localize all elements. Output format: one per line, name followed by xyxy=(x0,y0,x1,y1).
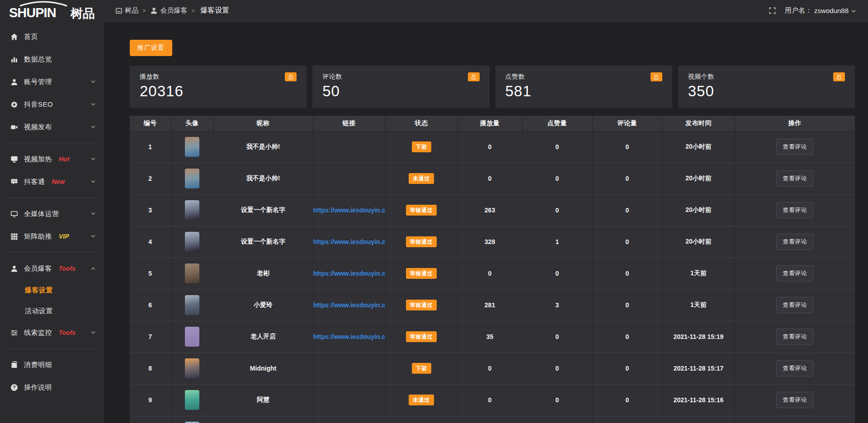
sliders-icon xyxy=(10,329,18,337)
cell-comments: 0 xyxy=(592,194,662,226)
screen-icon xyxy=(10,210,18,218)
cell-plays: 0 xyxy=(458,352,522,384)
cell-comments xyxy=(592,416,662,423)
sidebar-item-badge: VIP xyxy=(59,233,69,240)
cell-likes: 0 xyxy=(522,384,592,416)
sidebar-item-operation-guide[interactable]: ?操作说明 xyxy=(0,376,104,399)
home-icon xyxy=(10,33,18,41)
video-link[interactable]: https://www.iesdouyin.c xyxy=(313,270,386,277)
stat-value: 350 xyxy=(688,83,845,100)
cell-likes: 0 xyxy=(522,163,592,194)
cell-actions: 查看评论 xyxy=(735,289,855,321)
svg-text:?: ? xyxy=(13,385,15,390)
table-row xyxy=(130,416,855,423)
sidebar-item-clue-monitor[interactable]: 线索监控Tools xyxy=(0,321,104,344)
cell-time xyxy=(662,416,735,423)
breadcrumb-item-shupin[interactable]: 树品 xyxy=(116,6,138,15)
sidebar-item-home[interactable]: 首页 xyxy=(0,25,104,48)
table-row: 1我不是小帅!下架00020小时前查看评论 xyxy=(130,131,855,163)
column-header: 状态 xyxy=(385,116,458,131)
view-comments-button[interactable]: 查看评论 xyxy=(776,234,813,250)
stat-card-1: 评论数 总 50 xyxy=(312,66,489,108)
cell-likes: 0 xyxy=(522,352,592,384)
brand-logo: SHUPIN 树品 xyxy=(0,0,104,22)
cell-avatar xyxy=(171,321,213,352)
chevron-down-icon xyxy=(90,124,96,130)
cell-time: 2021-11-28 15:19 xyxy=(662,321,735,352)
sidebar-item-video-publish[interactable]: 视频发布 xyxy=(0,116,104,138)
view-comments-button[interactable]: 查看评论 xyxy=(776,297,813,313)
monitor-stand-icon xyxy=(10,155,18,163)
view-comments-button[interactable]: 查看评论 xyxy=(776,392,813,408)
avatar xyxy=(185,327,199,347)
cell-link: https://www.iesdouyin.c xyxy=(313,289,385,321)
cell-status: 审核通过 xyxy=(385,289,458,321)
cell-nickname: 设置一个新名字 xyxy=(213,194,313,226)
cell-actions: 查看评论 xyxy=(735,352,855,384)
cell-plays: 0 xyxy=(458,258,522,289)
sidebar-item-label: 矩阵助推 xyxy=(24,232,52,241)
sidebar-item-matrix-boost[interactable]: 矩阵助推VIP xyxy=(0,225,104,248)
video-link[interactable]: https://www.iesdouyin.c xyxy=(313,333,386,340)
video-link[interactable]: https://www.iesdouyin.c xyxy=(313,301,386,309)
view-comments-button[interactable]: 查看评论 xyxy=(776,329,813,345)
table-row: 2我不是小帅!未通过00020小时前查看评论 xyxy=(130,163,855,194)
sidebar-subitem-burst-settings[interactable]: 爆客设置 xyxy=(0,280,104,301)
promo-settings-button[interactable]: 推广设置 xyxy=(130,40,172,56)
total-badge: 总 xyxy=(651,72,662,81)
cell-actions: 查看评论 xyxy=(735,384,855,416)
view-comments-button[interactable]: 查看评论 xyxy=(776,360,813,376)
sidebar-item-data-overview[interactable]: 数据总览 xyxy=(0,48,104,70)
cell-likes: 3 xyxy=(522,289,592,321)
cell-id: 6 xyxy=(130,289,171,321)
sidebar-item-label: 会员爆客 xyxy=(24,264,52,273)
sidebar-item-member-burst[interactable]: 会员爆客Tools xyxy=(0,257,104,280)
column-header: 链接 xyxy=(313,116,385,131)
brand-logo-en: SHUPIN xyxy=(9,5,56,20)
view-comments-button[interactable]: 查看评论 xyxy=(776,170,813,187)
breadcrumb-label: 爆客设置 xyxy=(200,6,229,15)
view-comments-button[interactable]: 查看评论 xyxy=(776,139,813,155)
cell-avatar xyxy=(171,416,213,423)
total-badge: 总 xyxy=(285,72,297,81)
cell-actions: 查看评论 xyxy=(735,258,855,289)
cell-plays: 0 xyxy=(458,163,522,194)
video-link[interactable]: https://www.iesdouyin.c xyxy=(313,238,386,245)
breadcrumb-item-member-burst[interactable]: 会员爆客 xyxy=(150,6,188,15)
sidebar-item-douyin-seo[interactable]: 抖音SEO xyxy=(0,93,104,116)
status-badge: 下架 xyxy=(412,363,431,374)
stat-label: 评论数 xyxy=(322,73,342,81)
sidebar-item-all-media[interactable]: 全媒体运营 xyxy=(0,202,104,225)
help-circle-icon: ? xyxy=(10,383,18,391)
sidebar-subitem-activity-settings[interactable]: 活动设置 xyxy=(0,301,104,321)
view-comments-button[interactable]: 查看评论 xyxy=(776,265,813,282)
sidebar-item-douketong[interactable]: 抖客通New xyxy=(0,170,104,193)
stat-value: 20316 xyxy=(140,83,297,100)
stats-row: 播放数 总 20316 评论数 总 50 点赞数 总 581 视频个数 总 xyxy=(130,66,855,108)
sidebar-item-video-heat[interactable]: 视频加热Hot xyxy=(0,148,104,170)
table-body: 1我不是小帅!下架00020小时前查看评论2我不是小帅!未通过00020小时前查… xyxy=(130,131,855,423)
sidebar-divider xyxy=(7,143,97,143)
stat-card-3: 视频个数 总 350 xyxy=(678,66,855,108)
chevron-down-icon xyxy=(90,79,96,85)
cell-avatar xyxy=(171,131,213,163)
sidebar-item-consume-detail[interactable]: 消费明细 xyxy=(0,353,104,376)
fullscreen-icon[interactable] xyxy=(769,7,776,14)
cell-actions xyxy=(735,416,855,423)
stat-card-2: 点赞数 总 581 xyxy=(495,66,672,108)
sidebar-item-account-manage[interactable]: 账号管理 xyxy=(0,70,104,93)
status-badge: 未通过 xyxy=(409,173,434,184)
sidebar-item-label: 抖音SEO xyxy=(24,100,53,109)
video-link[interactable]: https://www.iesdouyin.c xyxy=(313,207,386,214)
avatar xyxy=(185,358,199,378)
stat-value: 50 xyxy=(322,83,479,100)
table-row: 3设置一个新名字https://www.iesdouyin.c审核通过26300… xyxy=(130,194,855,226)
status-badge: 未通过 xyxy=(409,395,434,405)
grid-photo-icon xyxy=(116,8,122,14)
chevron-down-icon xyxy=(90,156,96,162)
view-comments-button[interactable]: 查看评论 xyxy=(776,202,813,218)
cell-nickname: 老彬 xyxy=(213,258,313,289)
cell-nickname: 小爱玲 xyxy=(213,289,313,321)
receipt-icon xyxy=(10,361,18,369)
user-menu[interactable]: 用户名：zswodun88 xyxy=(785,6,856,15)
